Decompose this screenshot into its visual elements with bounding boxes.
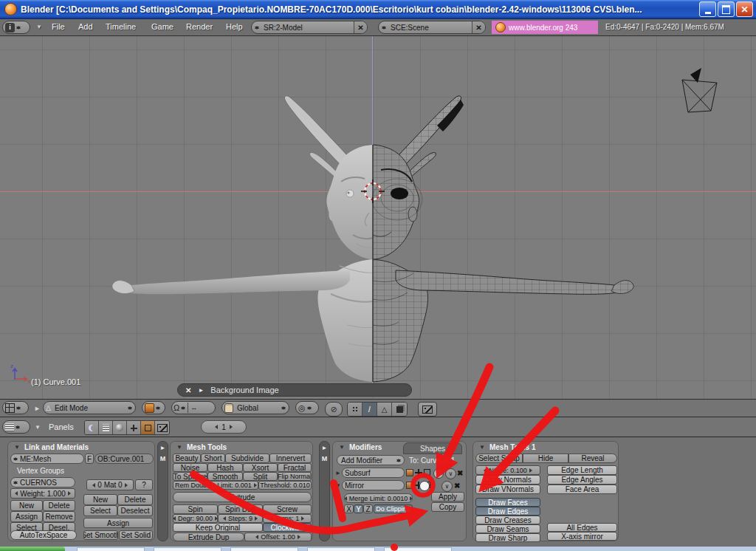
panel-header[interactable]: ▼ Modifiers xyxy=(333,442,403,453)
collapse-menus-icon[interactable]: ▼ xyxy=(35,424,41,431)
maximize-button[interactable] xyxy=(718,1,735,17)
hide-button[interactable]: Hide xyxy=(523,454,568,463)
clockwise-toggle[interactable]: Clockwise xyxy=(263,523,312,532)
render-toggle-icon[interactable] xyxy=(406,482,413,489)
scene-delete-button[interactable]: ✕ xyxy=(472,21,485,33)
proportional-falloff-selector[interactable]: ◎ xyxy=(295,401,319,414)
mode-selector[interactable]: △ Edit Mode xyxy=(43,401,136,414)
menu-render[interactable]: Render xyxy=(186,22,213,31)
menu-game[interactable]: Game xyxy=(151,22,173,31)
taskbar-item[interactable] xyxy=(384,547,452,551)
collapsed-panel-tab[interactable]: ► M xyxy=(157,441,168,541)
autotexspace-toggle[interactable]: AutoTexSpace xyxy=(10,530,77,540)
mesh-name[interactable]: ME:Mesh xyxy=(20,455,51,463)
collapse-icon[interactable]: ▼ xyxy=(479,445,485,451)
copy-modifier-button[interactable]: Copy xyxy=(431,502,464,512)
panel-header[interactable]: ▼ Mesh Tools 1 xyxy=(473,442,618,453)
minimize-button[interactable] xyxy=(699,1,716,17)
menu-file[interactable]: File xyxy=(52,22,65,31)
degrees-field[interactable]: Degr: 90.00 xyxy=(173,514,218,523)
manipulator-toggle[interactable]: ↔ xyxy=(188,403,199,413)
merge-limit-field[interactable]: Merge Limit: 0.0010 xyxy=(344,493,413,503)
tab-modifiers[interactable]: Modifiers xyxy=(349,443,382,451)
nsize-field[interactable]: NSize: 0.100 xyxy=(475,465,540,475)
demon-model[interactable] xyxy=(112,96,633,382)
modifier-name[interactable]: Mirror xyxy=(345,482,364,490)
collapsed-panel-tab[interactable]: ► M xyxy=(319,441,330,541)
turns-field[interactable]: Turns: 1 xyxy=(263,514,312,523)
x-axis-mirror-toggle[interactable]: X-axis mirror xyxy=(547,532,617,541)
editor-type-selector[interactable] xyxy=(2,401,29,414)
extrude-button[interactable]: Extrude xyxy=(173,492,312,502)
material-select-button[interactable]: Select xyxy=(83,505,117,516)
draw-type-selector[interactable] xyxy=(142,401,165,414)
short-toggle[interactable]: Short xyxy=(201,454,225,463)
object-context-button[interactable] xyxy=(127,421,141,434)
innervert-menu[interactable]: Innervert xyxy=(269,454,312,463)
cage-toggle-button[interactable] xyxy=(433,468,444,479)
smooth-button[interactable]: Smooth xyxy=(207,472,243,481)
expand-icon[interactable]: ► xyxy=(335,470,341,476)
fractal-button[interactable]: Fractal xyxy=(278,463,312,472)
taskbar-item[interactable] xyxy=(230,547,298,551)
collapse-modifier-button[interactable]: ∨ xyxy=(445,468,456,479)
vertex-select-button[interactable] xyxy=(348,403,362,416)
draw-faces-toggle[interactable]: Draw Faces xyxy=(475,498,540,507)
pivot-selector[interactable]: Ω ↔ xyxy=(171,401,216,414)
draw-normals-toggle[interactable]: Draw Normals xyxy=(475,475,540,485)
collapse-icon[interactable]: ▼ xyxy=(14,445,20,451)
collapse-modifier-button[interactable]: ∨ xyxy=(441,481,453,492)
screw-button[interactable]: Screw xyxy=(263,504,312,514)
editmode-toggle-icon[interactable] xyxy=(424,469,430,476)
editor-type-selector[interactable] xyxy=(2,420,30,434)
collapse-icon[interactable]: ▼ xyxy=(176,445,182,451)
threshold-field[interactable]: Threshold: 0.010 xyxy=(258,481,312,490)
taskbar-item[interactable] xyxy=(77,547,145,551)
draw-creases-toggle[interactable]: Draw Creases xyxy=(475,516,540,524)
spin-dup-button[interactable]: Spin Dup xyxy=(218,504,263,514)
occlude-toggle[interactable] xyxy=(392,403,407,416)
flip-normal-button[interactable]: Flip Normal xyxy=(278,472,312,481)
orientation-selector[interactable]: Global xyxy=(221,401,289,414)
delete-modifier-button[interactable]: ✖ xyxy=(457,469,463,477)
cage-toggle-button[interactable] xyxy=(419,481,430,491)
material-index-field[interactable]: 0 Mat 0 xyxy=(86,479,134,490)
draw-vnormals-toggle[interactable]: Draw VNormals xyxy=(475,485,540,494)
vgroup-new-button[interactable]: New xyxy=(10,500,43,511)
taskbar-item[interactable] xyxy=(154,547,221,551)
add-modifier-menu[interactable]: Add Modifier xyxy=(337,455,405,465)
vgroup-delete-button[interactable]: Delete xyxy=(43,500,75,511)
screen-delete-button[interactable]: ✕ xyxy=(354,21,367,33)
offset-field[interactable]: Offset: 1.00 xyxy=(244,533,312,541)
draw-sharp-toggle[interactable]: Draw Sharp xyxy=(475,533,540,542)
all-edges-toggle[interactable]: All Edges xyxy=(547,523,617,532)
scene-selector[interactable]: SCE:Scene ✕ xyxy=(378,21,486,34)
edge-select-button[interactable]: / xyxy=(362,403,377,416)
camera-wireframe[interactable] xyxy=(682,68,717,112)
material-deselect-button[interactable]: Deselect xyxy=(117,505,153,516)
menu-help[interactable]: Help xyxy=(226,22,243,31)
xsort-button[interactable]: Xsort xyxy=(243,463,278,472)
editor-type-selector[interactable]: i xyxy=(2,21,30,34)
mirror-z-toggle[interactable]: Z xyxy=(363,504,373,513)
mirror-y-toggle[interactable]: Y xyxy=(354,504,363,513)
face-select-button[interactable]: △ xyxy=(377,403,392,416)
reveal-button[interactable]: Reveal xyxy=(568,454,617,463)
modifier-name[interactable]: Subsurf xyxy=(345,469,370,477)
screen-name[interactable]: SR:2-Model xyxy=(261,24,352,32)
panel-header[interactable]: ▼ Mesh Tools xyxy=(171,442,312,453)
snap-toggle[interactable]: ⊘ xyxy=(325,402,343,417)
set-solid-button[interactable]: Set Solid xyxy=(119,530,153,540)
scene-context-button[interactable] xyxy=(155,421,169,434)
set-smooth-button[interactable]: Set Smooth xyxy=(83,530,118,540)
material-query-button[interactable]: ? xyxy=(135,479,153,490)
to-sphere-button[interactable]: To Sphere xyxy=(173,472,207,481)
close-button[interactable]: ✕ xyxy=(736,1,753,17)
fake-user-button[interactable]: F xyxy=(85,454,94,464)
material-delete-button[interactable]: Delete xyxy=(117,494,153,505)
collapse-icon[interactable]: ▼ xyxy=(335,482,341,489)
vertex-group-field[interactable]: CUERNOS xyxy=(10,477,75,487)
interactive-toggle-icon[interactable] xyxy=(415,469,422,476)
expand-menus-icon[interactable]: ► xyxy=(34,405,41,412)
window-titlebar[interactable]: Blender [C:\Documents and Settings\Compa… xyxy=(0,0,756,19)
